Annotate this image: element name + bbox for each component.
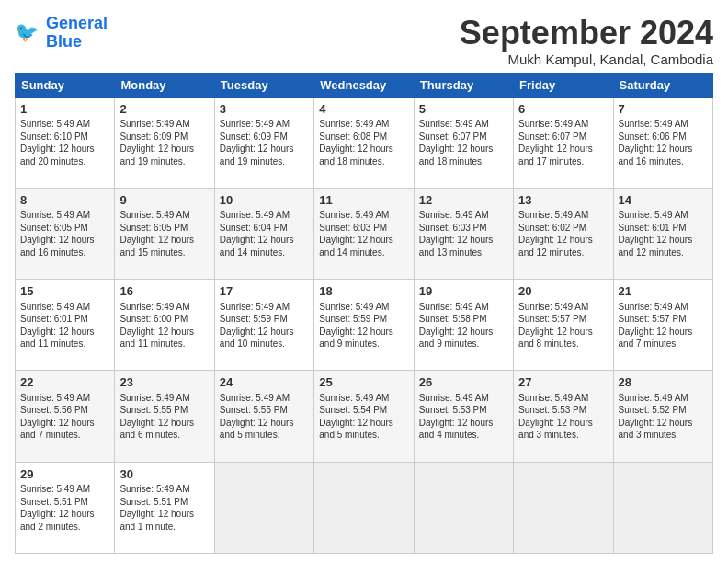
calendar-day-cell: 1Sunrise: 5:49 AMSunset: 6:10 PMDaylight… [16, 97, 115, 188]
header-monday: Monday [115, 73, 214, 97]
day-number: 3 [220, 101, 309, 118]
calendar-day-cell: 7Sunrise: 5:49 AMSunset: 6:06 PMDaylight… [613, 97, 712, 188]
calendar-day-cell: 26Sunrise: 5:49 AMSunset: 5:53 PMDayligh… [414, 371, 513, 462]
calendar-day-cell: 15Sunrise: 5:49 AMSunset: 6:01 PMDayligh… [16, 280, 115, 371]
calendar-day-cell: 13Sunrise: 5:49 AMSunset: 6:02 PMDayligh… [514, 188, 613, 279]
calendar-day-cell: 16Sunrise: 5:49 AMSunset: 6:00 PMDayligh… [115, 280, 214, 371]
day-info: Sunrise: 5:49 AMSunset: 6:04 PMDaylight:… [220, 209, 309, 259]
day-number: 27 [518, 374, 608, 391]
day-info: Sunrise: 5:49 AMSunset: 6:06 PMDaylight:… [619, 118, 708, 167]
day-number: 19 [419, 283, 508, 300]
day-info: Sunrise: 5:49 AMSunset: 6:10 PMDaylight:… [20, 118, 109, 167]
calendar-day-cell: 17Sunrise: 5:49 AMSunset: 5:59 PMDayligh… [214, 280, 313, 371]
day-number: 8 [20, 192, 109, 209]
day-info: Sunrise: 5:49 AMSunset: 6:07 PMDaylight:… [419, 118, 508, 167]
day-number: 30 [119, 466, 209, 483]
page: 🐦 General Blue September 2024 Mukh Kampu… [0, 0, 728, 563]
day-info: Sunrise: 5:49 AMSunset: 6:01 PMDaylight:… [619, 209, 708, 259]
day-info: Sunrise: 5:49 AMSunset: 5:51 PMDaylight:… [119, 483, 209, 533]
logo-icon: 🐦 [15, 19, 42, 47]
calendar-day-cell: 8Sunrise: 5:49 AMSunset: 6:05 PMDaylight… [16, 188, 115, 279]
calendar-day-cell: 23Sunrise: 5:49 AMSunset: 5:55 PMDayligh… [115, 371, 214, 462]
calendar-day-cell: 2Sunrise: 5:49 AMSunset: 6:09 PMDaylight… [115, 97, 214, 188]
day-number: 29 [20, 466, 109, 483]
calendar-day-cell: 11Sunrise: 5:49 AMSunset: 6:03 PMDayligh… [314, 188, 414, 279]
calendar-day-cell: 25Sunrise: 5:49 AMSunset: 5:54 PMDayligh… [314, 371, 414, 462]
day-info: Sunrise: 5:49 AMSunset: 5:59 PMDaylight:… [220, 301, 309, 350]
day-info: Sunrise: 5:49 AMSunset: 6:09 PMDaylight:… [220, 118, 309, 167]
day-info: Sunrise: 5:49 AMSunset: 5:56 PMDaylight:… [20, 392, 109, 442]
day-number: 6 [518, 101, 608, 118]
header-wednesday: Wednesday [314, 73, 414, 97]
day-number: 17 [220, 283, 309, 300]
day-number: 21 [619, 283, 708, 300]
day-info: Sunrise: 5:49 AMSunset: 6:08 PMDaylight:… [319, 118, 408, 167]
day-info: Sunrise: 5:49 AMSunset: 5:53 PMDaylight:… [419, 392, 508, 442]
day-number: 4 [319, 101, 408, 118]
day-info: Sunrise: 5:49 AMSunset: 5:51 PMDaylight:… [20, 483, 109, 533]
calendar-day-cell: 28Sunrise: 5:49 AMSunset: 5:52 PMDayligh… [613, 371, 712, 462]
day-info: Sunrise: 5:49 AMSunset: 5:57 PMDaylight:… [518, 301, 608, 350]
header-tuesday: Tuesday [214, 73, 313, 97]
calendar-day-cell: 5Sunrise: 5:49 AMSunset: 6:07 PMDaylight… [414, 97, 513, 188]
calendar-week-row: 29Sunrise: 5:49 AMSunset: 5:51 PMDayligh… [16, 462, 713, 553]
calendar-header-row: Sunday Monday Tuesday Wednesday Thursday… [16, 73, 713, 97]
day-number: 10 [220, 192, 309, 209]
day-info: Sunrise: 5:49 AMSunset: 5:55 PMDaylight:… [220, 392, 309, 442]
calendar-day-cell [214, 462, 313, 553]
day-info: Sunrise: 5:49 AMSunset: 5:58 PMDaylight:… [419, 301, 508, 350]
calendar-day-cell [314, 462, 414, 553]
day-number: 18 [319, 283, 408, 300]
calendar-week-row: 15Sunrise: 5:49 AMSunset: 6:01 PMDayligh… [16, 280, 713, 371]
logo: 🐦 General Blue [15, 15, 108, 52]
day-info: Sunrise: 5:49 AMSunset: 6:02 PMDaylight:… [518, 209, 608, 259]
svg-text:🐦: 🐦 [15, 20, 40, 44]
location: Mukh Kampul, Kandal, Cambodia [460, 52, 713, 67]
day-number: 9 [119, 192, 209, 209]
calendar-day-cell: 6Sunrise: 5:49 AMSunset: 6:07 PMDaylight… [514, 97, 613, 188]
day-number: 7 [619, 101, 708, 118]
day-number: 24 [220, 374, 309, 391]
day-number: 13 [518, 192, 608, 209]
header-friday: Friday [514, 73, 613, 97]
day-number: 12 [419, 192, 508, 209]
day-number: 23 [119, 374, 209, 391]
day-info: Sunrise: 5:49 AMSunset: 5:57 PMDaylight:… [619, 301, 708, 350]
day-info: Sunrise: 5:49 AMSunset: 5:54 PMDaylight:… [319, 392, 408, 442]
day-number: 16 [119, 283, 209, 300]
calendar-day-cell: 20Sunrise: 5:49 AMSunset: 5:57 PMDayligh… [514, 280, 613, 371]
calendar-day-cell [613, 462, 712, 553]
calendar-day-cell: 10Sunrise: 5:49 AMSunset: 6:04 PMDayligh… [214, 188, 313, 279]
calendar-day-cell [514, 462, 613, 553]
day-info: Sunrise: 5:49 AMSunset: 5:59 PMDaylight:… [319, 301, 408, 350]
header-saturday: Saturday [613, 73, 712, 97]
day-number: 15 [20, 283, 109, 300]
day-info: Sunrise: 5:49 AMSunset: 5:52 PMDaylight:… [619, 392, 708, 442]
day-info: Sunrise: 5:49 AMSunset: 6:00 PMDaylight:… [119, 301, 209, 350]
calendar-day-cell: 27Sunrise: 5:49 AMSunset: 5:53 PMDayligh… [514, 371, 613, 462]
day-number: 1 [20, 101, 109, 118]
logo-text: General Blue [46, 15, 108, 52]
calendar-day-cell: 14Sunrise: 5:49 AMSunset: 6:01 PMDayligh… [613, 188, 712, 279]
day-number: 25 [319, 374, 408, 391]
day-info: Sunrise: 5:49 AMSunset: 6:01 PMDaylight:… [20, 301, 109, 350]
calendar-day-cell [414, 462, 513, 553]
day-info: Sunrise: 5:49 AMSunset: 6:07 PMDaylight:… [518, 118, 608, 167]
day-number: 14 [619, 192, 708, 209]
header: 🐦 General Blue September 2024 Mukh Kampu… [15, 15, 713, 67]
calendar-week-row: 22Sunrise: 5:49 AMSunset: 5:56 PMDayligh… [16, 371, 713, 462]
calendar-week-row: 8Sunrise: 5:49 AMSunset: 6:05 PMDaylight… [16, 188, 713, 279]
calendar-day-cell: 3Sunrise: 5:49 AMSunset: 6:09 PMDaylight… [214, 97, 313, 188]
month-title: September 2024 [460, 15, 713, 52]
day-number: 5 [419, 101, 508, 118]
day-info: Sunrise: 5:49 AMSunset: 5:55 PMDaylight:… [119, 392, 209, 442]
day-info: Sunrise: 5:49 AMSunset: 6:03 PMDaylight:… [419, 209, 508, 259]
calendar-day-cell: 9Sunrise: 5:49 AMSunset: 6:05 PMDaylight… [115, 188, 214, 279]
calendar-day-cell: 21Sunrise: 5:49 AMSunset: 5:57 PMDayligh… [613, 280, 712, 371]
day-number: 22 [20, 374, 109, 391]
calendar-day-cell: 22Sunrise: 5:49 AMSunset: 5:56 PMDayligh… [16, 371, 115, 462]
title-block: September 2024 Mukh Kampul, Kandal, Camb… [460, 15, 713, 67]
day-info: Sunrise: 5:49 AMSunset: 6:09 PMDaylight:… [119, 118, 209, 167]
day-number: 26 [419, 374, 508, 391]
calendar-day-cell: 4Sunrise: 5:49 AMSunset: 6:08 PMDaylight… [314, 97, 414, 188]
